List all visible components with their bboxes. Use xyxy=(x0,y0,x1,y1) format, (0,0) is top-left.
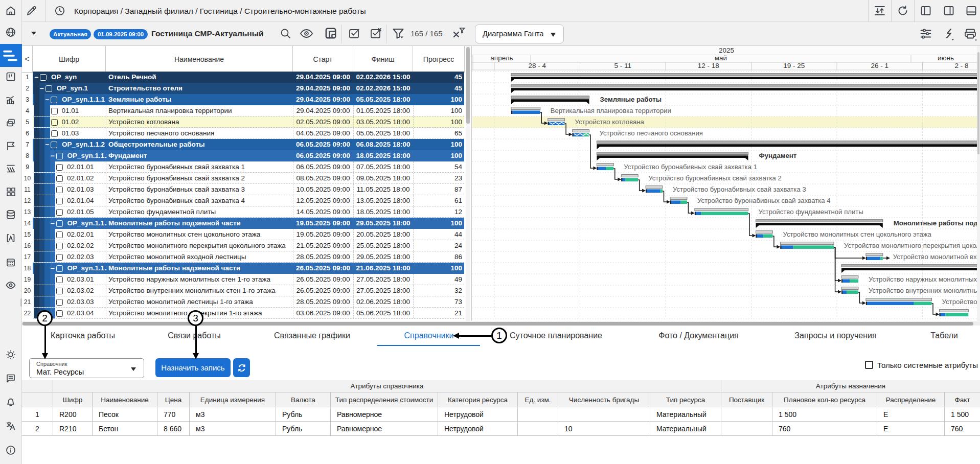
svg-text:2025: 2025 xyxy=(719,47,734,54)
svg-text:28 - 4: 28 - 4 xyxy=(529,62,546,69)
svg-text:2 - 8: 2 - 8 xyxy=(954,62,968,69)
svg-text:Земляные работы: Земляные работы xyxy=(600,96,662,103)
svg-text:Устройство монолитных стен цок: Устройство монолитных стен цокольного эт… xyxy=(783,230,931,238)
svg-text:Устройство фундаментной плиты: Устройство фундаментной плиты xyxy=(759,208,863,216)
svg-text:Устройство монолитного перекры: Устройство монолитного перекрытия цоколь… xyxy=(844,242,980,249)
svg-text:Устройство буронабивных свай з: Устройство буронабивных свай захватка 3 xyxy=(673,185,806,193)
svg-text:Устройство песчаного основания: Устройство песчаного основания xyxy=(600,129,703,137)
svg-text:Устройство буронабивных свай з: Устройство буронабивных свай захватка 2 xyxy=(648,174,782,182)
svg-text:Устройство монолитной входной: Устройство монолитной входной лестницы xyxy=(893,253,980,261)
svg-text:июнь: июнь xyxy=(938,54,954,62)
svg-text:19 - 25: 19 - 25 xyxy=(783,62,805,69)
svg-text:12 - 18: 12 - 18 xyxy=(698,62,719,69)
svg-text:Устройство котлована: Устройство котлована xyxy=(575,118,645,126)
svg-text:Устройство буронабивных свай з: Устройство буронабивных свай захватка 1 xyxy=(624,163,757,171)
svg-text:Фундамент: Фундамент xyxy=(759,152,797,159)
svg-text:Устройство наружных монолитных: Устройство наружных монолитных стен 1-го… xyxy=(869,275,980,283)
svg-text:Вертикальная планировка террит: Вертикальная планировка территории xyxy=(551,107,671,114)
svg-text:5 - 11: 5 - 11 xyxy=(614,62,631,69)
svg-text:26 - 1: 26 - 1 xyxy=(871,62,889,69)
svg-text:апрель: апрель xyxy=(490,54,513,62)
svg-text:Устройство монолитной лестницы: Устройство монолитной лестницы 1-го этаж… xyxy=(942,298,980,306)
svg-text:Устройство внутренних монолитн: Устройство внутренних монолитных стен 1-… xyxy=(869,287,980,294)
svg-text:Устройство буронабивных свай з: Устройство буронабивных свай захватка 4 xyxy=(697,197,831,204)
svg-text:май: май xyxy=(715,54,727,62)
svg-text:Монолитные работы подземной ча: Монолитные работы подземной части xyxy=(894,219,980,227)
